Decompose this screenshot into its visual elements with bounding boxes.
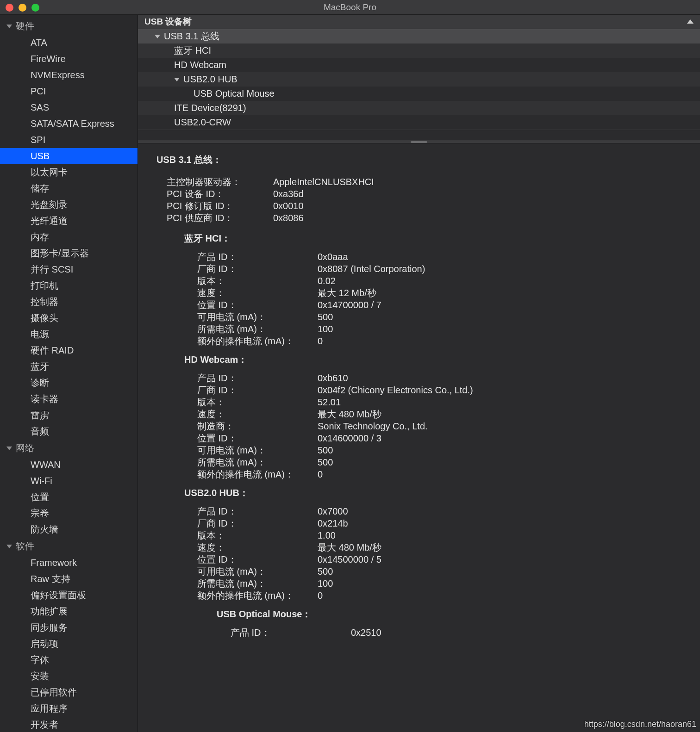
- property-key: 产品 ID：: [197, 505, 318, 517]
- details-pane[interactable]: USB 3.1 总线：主控制器驱动器：AppleIntelCNLUSBXHCIP…: [138, 143, 700, 732]
- sub-device-heading: USB Optical Mouse：: [217, 608, 687, 620]
- property-row: 所需电流 (mA)：100: [197, 323, 687, 335]
- sidebar-item[interactable]: 已停用软件: [0, 684, 138, 701]
- sidebar-item[interactable]: 雷雳: [0, 407, 138, 423]
- property-value: 最大 12 Mb/秒: [318, 287, 376, 299]
- sidebar[interactable]: 硬件ATAFireWireNVMExpressPCISASSATA/SATA E…: [0, 15, 138, 732]
- tree-row[interactable]: USB 3.1 总线: [138, 29, 700, 43]
- sidebar-item[interactable]: 字体: [0, 652, 138, 668]
- minimize-button[interactable]: [19, 4, 26, 12]
- sidebar-item[interactable]: 光盘刻录: [0, 197, 138, 213]
- tree-row-label: USB2.0 HUB: [183, 74, 238, 85]
- sidebar-item[interactable]: 以太网卡: [0, 164, 138, 180]
- tree-header[interactable]: USB 设备树: [138, 15, 700, 29]
- sidebar-item[interactable]: 启动项: [0, 636, 138, 652]
- sidebar-item[interactable]: 储存: [0, 180, 138, 197]
- sidebar-item[interactable]: 内存: [0, 229, 138, 245]
- sidebar-item[interactable]: NVMExpress: [0, 67, 138, 83]
- property-value: 500: [318, 565, 333, 577]
- tree-row[interactable]: 蓝牙 HCI: [138, 43, 700, 58]
- sidebar-item[interactable]: 控制器: [0, 294, 138, 310]
- sidebar-item[interactable]: FireWire: [0, 51, 138, 67]
- sidebar-item[interactable]: 光纤通道: [0, 213, 138, 229]
- property-value: 0x8087 (Intel Corporation): [318, 263, 425, 275]
- sidebar-item[interactable]: 摄像头: [0, 310, 138, 326]
- property-value: AppleIntelCNLUSBXHCI: [273, 176, 374, 188]
- property-row: 速度：最大 12 Mb/秒: [197, 287, 687, 299]
- property-row: PCI 修订版 ID：0x0010: [167, 200, 687, 212]
- sidebar-item[interactable]: ATA: [0, 35, 138, 51]
- details-title: USB 3.1 总线：: [156, 154, 687, 166]
- sidebar-item[interactable]: 防火墙: [0, 521, 138, 538]
- device-tree: USB 3.1 总线蓝牙 HCIHD WebcamUSB2.0 HUBUSB O…: [138, 29, 700, 130]
- tree-row[interactable]: ITE Device(8291): [138, 101, 700, 115]
- sidebar-item[interactable]: SAS: [0, 99, 138, 116]
- property-row: 所需电流 (mA)：100: [197, 577, 687, 589]
- close-button[interactable]: [6, 4, 13, 12]
- disclosure-down-icon: [6, 545, 12, 548]
- sidebar-item[interactable]: 位置: [0, 489, 138, 505]
- property-value: 0x8086: [273, 212, 304, 224]
- property-value: 最大 480 Mb/秒: [318, 408, 381, 420]
- sidebar-item[interactable]: 安装: [0, 668, 138, 684]
- sidebar-item[interactable]: PCI: [0, 83, 138, 99]
- sidebar-item[interactable]: 电源: [0, 326, 138, 342]
- disclosure-down-icon: [6, 25, 12, 28]
- sidebar-item[interactable]: Wi-Fi: [0, 473, 138, 489]
- sidebar-item[interactable]: 诊断: [0, 375, 138, 391]
- property-key: 版本：: [197, 275, 318, 287]
- property-key: 产品 ID：: [197, 372, 318, 384]
- property-value: 0x0aaa: [318, 251, 348, 263]
- sidebar-item[interactable]: 宗卷: [0, 505, 138, 521]
- tree-row[interactable]: USB Optical Mouse: [138, 87, 700, 101]
- sidebar-item[interactable]: WWAN: [0, 457, 138, 473]
- sidebar-item[interactable]: 图形卡/显示器: [0, 245, 138, 261]
- property-key: 所需电流 (mA)：: [197, 456, 318, 468]
- property-key: 位置 ID：: [197, 553, 318, 565]
- fullscreen-button[interactable]: [31, 4, 39, 12]
- property-value: 500: [318, 444, 333, 456]
- property-key: 速度：: [197, 541, 318, 553]
- watermark-text: https://blog.csdn.net/haoran61: [584, 720, 696, 729]
- sidebar-item[interactable]: 应用程序: [0, 701, 138, 717]
- disclosure-down-icon: [155, 35, 160, 38]
- tree-row-label: ITE Device(8291): [174, 103, 246, 113]
- sidebar-item[interactable]: SATA/SATA Express: [0, 116, 138, 132]
- property-row: 厂商 ID：0x04f2 (Chicony Electronics Co., L…: [197, 384, 687, 396]
- property-key: 主控制器驱动器：: [167, 176, 273, 188]
- tree-row[interactable]: USB2.0 HUB: [138, 72, 700, 87]
- property-key: 产品 ID：: [197, 251, 318, 263]
- sidebar-item[interactable]: 开发者: [0, 717, 138, 732]
- split-drag-handle[interactable]: [138, 140, 700, 143]
- sidebar-item[interactable]: 硬件 RAID: [0, 342, 138, 359]
- sidebar-item[interactable]: SPI: [0, 132, 138, 148]
- disclosure-down-icon: [6, 447, 12, 450]
- property-row: 厂商 ID：0x214b: [197, 517, 687, 529]
- tree-row[interactable]: HD Webcam: [138, 58, 700, 72]
- main-pane: USB 设备树 USB 3.1 总线蓝牙 HCIHD WebcamUSB2.0 …: [138, 15, 700, 732]
- sidebar-group-header[interactable]: 软件: [0, 538, 138, 555]
- sidebar-item[interactable]: 同步服务: [0, 620, 138, 636]
- sidebar-item[interactable]: 偏好设置面板: [0, 587, 138, 603]
- sidebar-item[interactable]: 蓝牙: [0, 359, 138, 375]
- sidebar-group-header[interactable]: 网络: [0, 440, 138, 457]
- tree-row[interactable]: USB2.0-CRW: [138, 115, 700, 130]
- sidebar-item[interactable]: 并行 SCSI: [0, 261, 138, 278]
- property-row: 版本：52.01: [197, 396, 687, 408]
- sidebar-item[interactable]: Raw 支持: [0, 571, 138, 587]
- tree-row-label: HD Webcam: [174, 60, 226, 70]
- sidebar-item[interactable]: 打印机: [0, 278, 138, 294]
- property-key: 可用电流 (mA)：: [197, 444, 318, 456]
- property-key: 厂商 ID：: [197, 517, 318, 529]
- disclosure-down-icon: [174, 78, 180, 81]
- sidebar-item[interactable]: 音频: [0, 423, 138, 440]
- property-key: 厂商 ID：: [197, 384, 318, 396]
- sidebar-item[interactable]: Framework: [0, 555, 138, 571]
- titlebar: MacBook Pro: [0, 0, 700, 15]
- sidebar-item[interactable]: 功能扩展: [0, 603, 138, 620]
- sidebar-group-label: 硬件: [16, 20, 34, 32]
- property-key: 额外的操作电流 (mA)：: [197, 589, 318, 602]
- sidebar-item[interactable]: USB: [0, 148, 138, 164]
- sidebar-group-header[interactable]: 硬件: [0, 18, 138, 35]
- sidebar-item[interactable]: 读卡器: [0, 391, 138, 407]
